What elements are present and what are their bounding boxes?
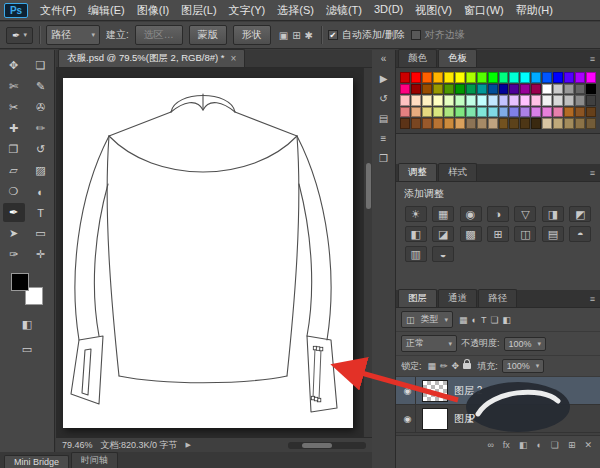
color-swatch[interactable]	[564, 118, 574, 129]
color-swatch[interactable]	[520, 95, 530, 106]
color-swatch[interactable]	[564, 95, 574, 106]
color-swatch[interactable]	[575, 107, 585, 118]
color-swatch[interactable]	[477, 72, 487, 83]
selective-color-icon[interactable]: ◒	[432, 246, 454, 262]
color-swatch[interactable]	[553, 84, 563, 95]
path-arrange-icon[interactable]: ✱	[303, 30, 315, 41]
color-swatch[interactable]	[477, 95, 487, 106]
blend-mode-dropdown[interactable]: 正常 ▾	[401, 335, 457, 352]
threshold-icon[interactable]: ◓	[569, 226, 591, 242]
menu-item-3[interactable]: 图层(L)	[175, 0, 222, 21]
horizontal-scrollbar[interactable]	[288, 442, 366, 449]
horizontal-scrollbar-handle[interactable]	[302, 443, 332, 448]
menu-item-7[interactable]: 3D(D)	[368, 0, 409, 21]
menu-item-2[interactable]: 图像(I)	[131, 0, 175, 21]
color-swatch[interactable]	[433, 84, 443, 95]
hue-saturation-icon[interactable]: ◨	[542, 206, 564, 222]
history-brush-tool[interactable]: ↺	[30, 140, 52, 159]
color-swatch[interactable]	[564, 72, 574, 83]
bottom-tab-0[interactable]: Mini Bridge	[4, 455, 69, 468]
color-swatch[interactable]	[411, 72, 421, 83]
tool-mode-dropdown[interactable]: 路径 ▾	[46, 25, 100, 45]
color-swatch[interactable]	[553, 72, 563, 83]
filter-smart-objects-icon[interactable]: ◧	[501, 315, 514, 325]
photo-filter-icon[interactable]: ◪	[432, 226, 454, 242]
vertical-scrollbar[interactable]	[363, 68, 372, 437]
color-swatch[interactable]	[509, 72, 519, 83]
levels-icon[interactable]: ▦	[432, 206, 454, 222]
color-balance-icon[interactable]: ◩	[569, 206, 591, 222]
marquee-tool[interactable]: ❏	[30, 56, 52, 75]
lock-transparency-icon[interactable]: ▦	[426, 361, 439, 371]
expand-panels-icon[interactable]: «	[381, 53, 387, 64]
color-swatch[interactable]	[520, 72, 530, 83]
color-swatch[interactable]	[499, 95, 509, 106]
color-swatch[interactable]	[542, 95, 552, 106]
close-icon[interactable]: ×	[230, 53, 236, 64]
auto-add-delete-checkbox[interactable]: ✔ 自动添加/删除	[328, 28, 405, 42]
layer-filter-dropdown[interactable]: ◫ 类型 ▾	[401, 311, 453, 328]
color-swatch[interactable]	[400, 72, 410, 83]
color-swatch[interactable]	[564, 84, 574, 95]
eraser-tool[interactable]: ▱	[3, 161, 25, 180]
link-layers-icon[interactable]: ∞	[487, 440, 493, 450]
color-swatch[interactable]	[477, 84, 487, 95]
layer-group-icon[interactable]: ❏	[551, 440, 559, 450]
color-swatch[interactable]	[586, 107, 596, 118]
color-swatch[interactable]	[499, 107, 509, 118]
color-swatch[interactable]	[422, 95, 432, 106]
color-swatch[interactable]	[553, 107, 563, 118]
color-swatch[interactable]	[400, 107, 410, 118]
color-swatch[interactable]	[466, 84, 476, 95]
color-swatch[interactable]	[455, 72, 465, 83]
actions-panel-icon[interactable]: ▶	[380, 73, 388, 84]
menu-item-9[interactable]: 窗口(W)	[458, 0, 510, 21]
make-mask-button[interactable]: 蒙版	[189, 25, 227, 45]
layer-effects-icon[interactable]: fx	[503, 440, 510, 450]
color-swatch[interactable]	[509, 95, 519, 106]
color-swatch[interactable]	[433, 118, 443, 129]
color-swatch[interactable]	[531, 84, 541, 95]
fill-dropdown[interactable]: 100% ▾	[502, 359, 544, 373]
color-swatch[interactable]	[488, 72, 498, 83]
pen-tool[interactable]: ✒	[3, 203, 25, 222]
color-swatch[interactable]	[466, 72, 476, 83]
color-swatch[interactable]	[575, 95, 585, 106]
color-swatch[interactable]	[422, 72, 432, 83]
color-swatch[interactable]	[400, 84, 410, 95]
layer-visibility-icon[interactable]: ◉	[400, 377, 416, 404]
layers-tab-0[interactable]: 图层	[398, 289, 437, 307]
color-swatch[interactable]	[586, 72, 596, 83]
panel-menu-icon[interactable]: ≡	[590, 168, 595, 178]
color-swatch[interactable]	[466, 95, 476, 106]
channel-mixer-icon[interactable]: ▩	[460, 226, 482, 242]
panel-menu-icon[interactable]: ≡	[590, 294, 595, 304]
color-swatch[interactable]	[520, 118, 530, 129]
invert-icon[interactable]: ◫	[514, 226, 536, 242]
make-selection-button[interactable]: 选区…	[135, 25, 183, 45]
layer-thumbnail[interactable]	[422, 380, 448, 402]
menu-item-10[interactable]: 帮助(H)	[510, 0, 559, 21]
menu-item-4[interactable]: 文字(Y)	[223, 0, 272, 21]
filter-pixel-layers-icon[interactable]: ▦	[457, 315, 470, 325]
color-swatch[interactable]	[455, 95, 465, 106]
clone-stamp-tool[interactable]: ❐	[3, 140, 25, 159]
info-panel-icon[interactable]: ▤	[379, 113, 388, 124]
document-tab[interactable]: 衣服.psd @ 79.5%(图层 2, RGB/8#) * ×	[58, 49, 245, 67]
color-swatch[interactable]	[400, 118, 410, 129]
canvas-area[interactable]	[56, 68, 372, 437]
color-swatch[interactable]	[564, 107, 574, 118]
color-swatch[interactable]	[542, 72, 552, 83]
dodge-tool[interactable]: ◐	[30, 182, 52, 201]
path-selection-tool[interactable]: ➤	[3, 224, 25, 243]
black-white-icon[interactable]: ◧	[405, 226, 427, 242]
color-swatch[interactable]	[542, 84, 552, 95]
quick-mask-icon[interactable]: ◧	[16, 315, 38, 334]
layer-mask-icon[interactable]: ◧	[519, 440, 528, 450]
color-swatch[interactable]	[455, 107, 465, 118]
foreground-color-swatch[interactable]	[11, 273, 29, 291]
color-swatch[interactable]	[433, 107, 443, 118]
pen-path[interactable]	[313, 348, 321, 400]
color-swatch[interactable]	[444, 118, 454, 129]
brush-tool[interactable]: ✏	[30, 119, 52, 138]
